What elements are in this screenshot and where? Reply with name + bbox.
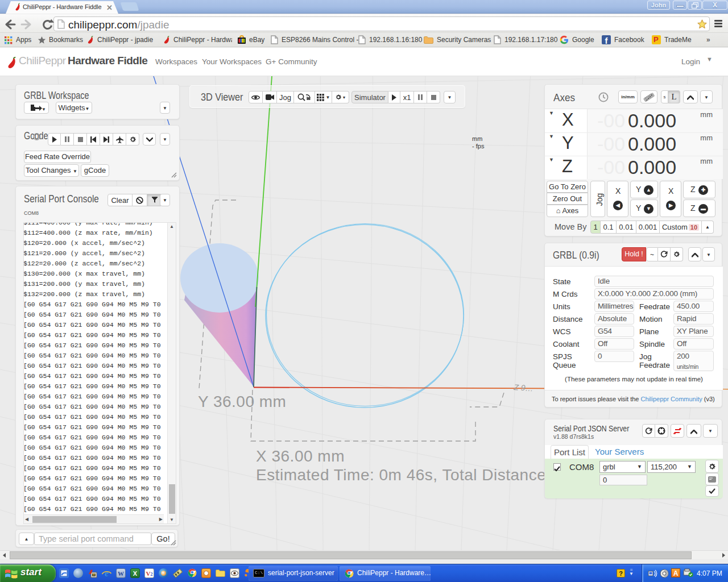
svg-text:X 36.00 mm: X 36.00 mm bbox=[256, 447, 345, 465]
svg-text:Estimated Time: 0m 46s, Total: Estimated Time: 0m 46s, Total Distance: … bbox=[256, 466, 565, 484]
svg-text:Z 9…: Z 9… bbox=[513, 383, 533, 393]
svg-text:Y 36.00 mm: Y 36.00 mm bbox=[198, 393, 286, 410]
